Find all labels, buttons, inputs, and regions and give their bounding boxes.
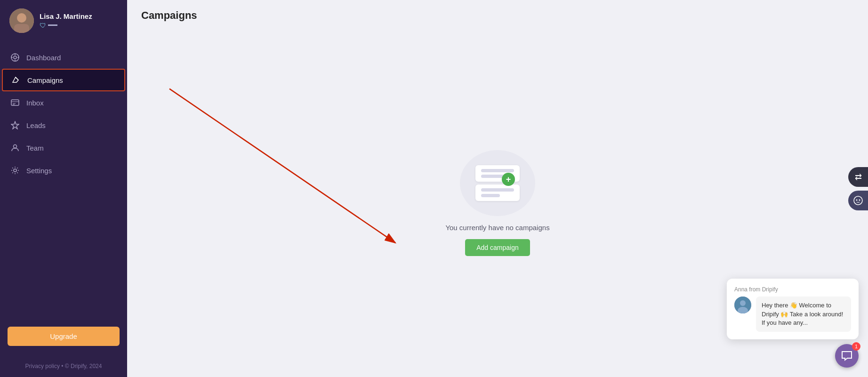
bar-icon: ▬▬ [48, 22, 57, 29]
chat-widget: Anna from Dripify Hey there 👋 Welcome to… [727, 279, 859, 339]
svg-point-18 [854, 196, 862, 205]
team-icon [10, 143, 20, 152]
doc-line [481, 194, 500, 197]
sidebar-item-leads[interactable]: Leads [0, 114, 127, 136]
bot-button[interactable] [848, 191, 868, 210]
svg-rect-3 [14, 24, 29, 33]
chat-bubble: Hey there 👋 Welcome to Dripify 🙌 Take a … [756, 297, 851, 332]
sidebar-item-label-inbox: Inbox [26, 99, 44, 107]
svg-point-19 [856, 199, 858, 201]
inbox-icon [10, 98, 20, 107]
sidebar-nav: Dashboard Campaigns Inbox [0, 41, 127, 327]
doc-card-2 [475, 184, 520, 201]
svg-rect-10 [11, 100, 19, 105]
sidebar-item-settings[interactable]: Settings [0, 159, 127, 182]
chat-message-text: Hey there 👋 Welcome to Dripify 🙌 Take a … [762, 302, 843, 326]
translate-button[interactable]: ⇄ [848, 167, 868, 187]
sidebar-item-dashboard[interactable]: Dashboard [0, 46, 127, 69]
profile-section: Lisa J. Martinez 🛡 ▬▬ [0, 0, 127, 41]
sidebar-item-label-leads: Leads [26, 121, 46, 129]
svg-point-1 [17, 13, 26, 23]
add-campaign-button[interactable]: Add campaign [465, 239, 530, 256]
doc-line [481, 175, 505, 178]
svg-point-15 [14, 169, 16, 172]
avatar [9, 8, 34, 33]
sidebar-item-campaigns[interactable]: Campaigns [2, 69, 125, 91]
profile-info: Lisa J. Martinez 🛡 ▬▬ [40, 12, 92, 29]
sidebar-item-inbox[interactable]: Inbox [0, 91, 127, 114]
upgrade-button[interactable]: Upgrade [8, 327, 120, 346]
svg-point-14 [14, 145, 17, 148]
empty-illustration: + [460, 150, 535, 216]
page-header: Campaigns [127, 0, 868, 29]
sidebar-item-label-campaigns: Campaigns [27, 76, 63, 84]
settings-icon [10, 166, 20, 175]
shield-icon: 🛡 [40, 22, 46, 29]
dashboard-icon [10, 53, 20, 62]
chat-message-row: Hey there 👋 Welcome to Dripify 🙌 Take a … [734, 297, 851, 332]
chat-badge: 1 [852, 342, 860, 351]
sidebar: Lisa J. Martinez 🛡 ▬▬ Dashboard [0, 0, 127, 377]
add-icon: + [502, 173, 515, 186]
doc-stack: + [475, 165, 520, 201]
svg-point-20 [859, 199, 860, 201]
sidebar-item-label-settings: Settings [26, 167, 52, 175]
chat-open-button[interactable]: 1 [835, 344, 859, 368]
leads-icon [10, 120, 20, 130]
sidebar-item-label-dashboard: Dashboard [26, 54, 61, 62]
chat-agent-name: Anna from Dripify [734, 286, 851, 293]
svg-point-5 [14, 56, 16, 59]
doc-line [481, 169, 514, 172]
doc-line [481, 188, 514, 192]
svg-marker-13 [11, 121, 19, 129]
empty-state-text: You currently have no campaigns [445, 224, 549, 232]
page-title: Campaigns [141, 9, 854, 22]
float-button-group: ⇄ [848, 167, 868, 210]
sidebar-footer: Privacy policy • © Dripify, 2024 [0, 355, 127, 377]
sidebar-item-team[interactable]: Team [0, 136, 127, 159]
chat-avatar [734, 297, 751, 313]
empty-state: + You currently have no campaigns Add ca… [445, 150, 549, 256]
sidebar-item-label-team: Team [26, 144, 44, 152]
svg-point-22 [740, 300, 746, 306]
profile-name: Lisa J. Martinez [40, 12, 92, 20]
campaigns-icon [11, 75, 21, 85]
svg-line-17 [169, 89, 395, 243]
